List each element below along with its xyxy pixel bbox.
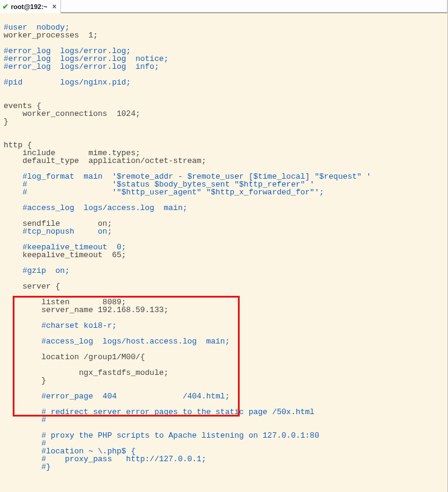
code-line: #access_log logs/host.access.log main; <box>4 337 447 345</box>
code-line: # <box>4 416 447 424</box>
code-line: #} <box>4 463 447 471</box>
code-line: #tcp_nopush on; <box>4 228 447 235</box>
code-line: worker_connections 1024; <box>4 110 447 118</box>
code-line: } <box>4 118 447 126</box>
code-line <box>4 86 447 94</box>
code-line: # proxy the PHP scripts to Apache listen… <box>4 432 447 439</box>
code-line: #error_page 404 /404.html; <box>4 392 447 400</box>
check-icon: ✔ <box>2 3 8 10</box>
code-line: #access_log logs/access.log main; <box>4 204 447 212</box>
code-line: #error_log logs/error.log info; <box>4 63 447 71</box>
editor-content[interactable]: #user nobody;worker_processes 1; #error_… <box>0 13 447 479</box>
code-line: } <box>4 377 447 385</box>
code-line: # proxy_pass http://127.0.0.1; <box>4 455 447 463</box>
code-line: # '"$http_user_agent" "$http_x_forwarded… <box>4 188 447 196</box>
code-line: location /group1/M00/{ <box>4 353 447 361</box>
code-line: #pid logs/nginx.pid; <box>4 78 447 86</box>
code-line: # redirect server error pages to the sta… <box>4 408 447 416</box>
code-line <box>4 94 447 102</box>
code-line: server_name 192.168.59.133; <box>4 306 447 314</box>
code-line: ngx_fastdfs_module; <box>4 369 447 377</box>
code-line <box>4 275 447 283</box>
tab-root[interactable]: ✔ root@192:~ × <box>0 0 61 13</box>
code-line <box>4 16 447 24</box>
terminal-window: ✔ root@192:~ × #user nobody;worker_proce… <box>0 0 448 492</box>
code-line: worker_processes 1; <box>4 31 447 39</box>
code-line: server { <box>4 283 447 290</box>
code-line <box>4 259 447 267</box>
tab-bar: ✔ root@192:~ × <box>0 0 447 13</box>
code-line: #charset koi8-r; <box>4 322 447 330</box>
code-line: default_type application/octet-stream; <box>4 157 447 165</box>
tab-title: root@192:~ <box>11 4 48 10</box>
code-line: keepalive_timeout 65; <box>4 251 447 259</box>
code-line <box>4 133 447 141</box>
code-line <box>4 126 447 133</box>
code-line <box>4 471 447 479</box>
close-icon[interactable]: × <box>53 3 57 10</box>
code-line: #gzip on; <box>4 267 447 275</box>
